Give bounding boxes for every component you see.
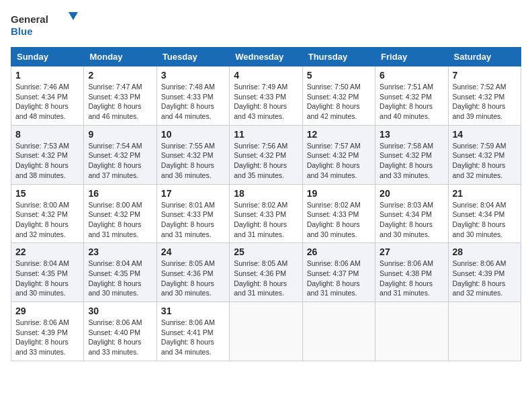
calendar-cell: 2 Sunrise: 7:47 AMSunset: 4:33 PMDayligh… — [84, 66, 157, 126]
day-number: 19 — [307, 188, 371, 199]
day-info: Sunrise: 8:06 AMSunset: 4:39 PMDaylight:… — [453, 259, 517, 298]
day-number: 13 — [380, 129, 443, 140]
day-info: Sunrise: 8:06 AMSunset: 4:40 PMDaylight:… — [88, 318, 152, 357]
calendar-cell — [375, 302, 448, 361]
day-number: 28 — [453, 246, 517, 257]
calendar-cell — [448, 302, 521, 361]
calendar-cell: 14 Sunrise: 7:59 AMSunset: 4:32 PMDaylig… — [448, 125, 521, 184]
day-info: Sunrise: 7:57 AMSunset: 4:32 PMDaylight:… — [307, 141, 371, 181]
day-number: 5 — [307, 70, 371, 81]
weekday-header-saturday: Saturday — [448, 48, 521, 66]
calendar-cell: 15 Sunrise: 8:00 AMSunset: 4:32 PMDaylig… — [11, 184, 84, 243]
calendar-cell: 25 Sunrise: 8:05 AMSunset: 4:36 PMDaylig… — [230, 243, 302, 302]
day-number: 20 — [380, 188, 443, 199]
day-number: 27 — [380, 246, 443, 257]
day-number: 23 — [88, 246, 152, 257]
calendar-cell — [302, 302, 375, 361]
day-number: 29 — [15, 306, 79, 316]
logo: General Blue — [11, 11, 78, 39]
day-info: Sunrise: 7:53 AMSunset: 4:32 PMDaylight:… — [15, 141, 79, 181]
calendar-cell: 7 Sunrise: 7:52 AMSunset: 4:32 PMDayligh… — [448, 66, 521, 126]
day-info: Sunrise: 8:04 AMSunset: 4:35 PMDaylight:… — [15, 259, 79, 298]
calendar-cell: 20 Sunrise: 8:03 AMSunset: 4:34 PMDaylig… — [375, 184, 448, 243]
day-info: Sunrise: 8:00 AMSunset: 4:32 PMDaylight:… — [88, 200, 152, 240]
weekday-header-thursday: Thursday — [302, 48, 375, 66]
day-info: Sunrise: 8:04 AMSunset: 4:35 PMDaylight:… — [88, 259, 152, 298]
day-info: Sunrise: 8:06 AMSunset: 4:39 PMDaylight:… — [15, 318, 79, 357]
day-number: 25 — [234, 246, 298, 257]
day-info: Sunrise: 7:54 AMSunset: 4:32 PMDaylight:… — [88, 141, 152, 181]
weekday-header-row: SundayMondayTuesdayWednesdayThursdayFrid… — [11, 48, 521, 66]
svg-text:Blue: Blue — [11, 26, 33, 37]
day-number: 11 — [234, 129, 298, 140]
day-info: Sunrise: 8:02 AMSunset: 4:33 PMDaylight:… — [234, 200, 298, 240]
day-number: 10 — [161, 129, 225, 140]
calendar-cell: 5 Sunrise: 7:50 AMSunset: 4:32 PMDayligh… — [302, 66, 375, 126]
calendar-cell: 13 Sunrise: 7:58 AMSunset: 4:32 PMDaylig… — [375, 125, 448, 184]
week-row-1: 1 Sunrise: 7:46 AMSunset: 4:34 PMDayligh… — [11, 66, 521, 126]
day-info: Sunrise: 7:58 AMSunset: 4:32 PMDaylight:… — [380, 141, 443, 181]
calendar-cell: 10 Sunrise: 7:55 AMSunset: 4:32 PMDaylig… — [157, 125, 229, 184]
day-number: 8 — [15, 129, 79, 140]
day-info: Sunrise: 7:52 AMSunset: 4:32 PMDaylight:… — [453, 82, 517, 122]
day-info: Sunrise: 7:50 AMSunset: 4:32 PMDaylight:… — [307, 82, 371, 122]
calendar-cell: 18 Sunrise: 8:02 AMSunset: 4:33 PMDaylig… — [230, 184, 302, 243]
day-info: Sunrise: 7:49 AMSunset: 4:33 PMDaylight:… — [234, 82, 298, 122]
day-number: 24 — [161, 246, 225, 257]
day-number: 12 — [307, 129, 371, 140]
day-info: Sunrise: 8:04 AMSunset: 4:34 PMDaylight:… — [453, 200, 517, 240]
calendar-cell: 31 Sunrise: 8:06 AMSunset: 4:41 PMDaylig… — [157, 302, 229, 361]
calendar-cell: 6 Sunrise: 7:51 AMSunset: 4:32 PMDayligh… — [375, 66, 448, 126]
weekday-header-wednesday: Wednesday — [230, 48, 302, 66]
calendar-cell — [230, 302, 302, 361]
day-number: 16 — [88, 188, 152, 199]
calendar-cell: 16 Sunrise: 8:00 AMSunset: 4:32 PMDaylig… — [84, 184, 157, 243]
day-number: 7 — [453, 70, 517, 81]
day-number: 26 — [307, 246, 371, 257]
calendar-cell: 23 Sunrise: 8:04 AMSunset: 4:35 PMDaylig… — [84, 243, 157, 302]
day-number: 22 — [15, 246, 79, 257]
calendar-cell: 27 Sunrise: 8:06 AMSunset: 4:38 PMDaylig… — [375, 243, 448, 302]
calendar-cell: 30 Sunrise: 8:06 AMSunset: 4:40 PMDaylig… — [84, 302, 157, 361]
calendar-cell: 9 Sunrise: 7:54 AMSunset: 4:32 PMDayligh… — [84, 125, 157, 184]
day-info: Sunrise: 7:48 AMSunset: 4:33 PMDaylight:… — [161, 82, 225, 122]
day-number: 31 — [161, 306, 225, 316]
calendar-cell: 3 Sunrise: 7:48 AMSunset: 4:33 PMDayligh… — [157, 66, 229, 126]
calendar-cell: 28 Sunrise: 8:06 AMSunset: 4:39 PMDaylig… — [448, 243, 521, 302]
day-info: Sunrise: 8:05 AMSunset: 4:36 PMDaylight:… — [161, 259, 225, 298]
day-info: Sunrise: 7:56 AMSunset: 4:32 PMDaylight:… — [234, 141, 298, 181]
day-number: 15 — [15, 188, 79, 199]
calendar-cell: 19 Sunrise: 8:02 AMSunset: 4:33 PMDaylig… — [302, 184, 375, 243]
day-number: 9 — [88, 129, 152, 140]
calendar-table: SundayMondayTuesdayWednesdayThursdayFrid… — [11, 47, 521, 361]
svg-marker-1 — [69, 12, 78, 20]
day-info: Sunrise: 8:00 AMSunset: 4:32 PMDaylight:… — [15, 200, 79, 240]
day-info: Sunrise: 7:47 AMSunset: 4:33 PMDaylight:… — [88, 82, 152, 122]
calendar-cell: 8 Sunrise: 7:53 AMSunset: 4:32 PMDayligh… — [11, 125, 84, 184]
calendar-cell: 26 Sunrise: 8:06 AMSunset: 4:37 PMDaylig… — [302, 243, 375, 302]
day-info: Sunrise: 8:03 AMSunset: 4:34 PMDaylight:… — [380, 200, 443, 240]
day-info: Sunrise: 8:06 AMSunset: 4:38 PMDaylight:… — [380, 259, 443, 298]
day-info: Sunrise: 7:51 AMSunset: 4:32 PMDaylight:… — [380, 82, 443, 122]
day-info: Sunrise: 7:46 AMSunset: 4:34 PMDaylight:… — [15, 82, 79, 122]
calendar-cell: 24 Sunrise: 8:05 AMSunset: 4:36 PMDaylig… — [157, 243, 229, 302]
day-number: 21 — [453, 188, 517, 199]
calendar-cell: 12 Sunrise: 7:57 AMSunset: 4:32 PMDaylig… — [302, 125, 375, 184]
svg-text:General: General — [11, 13, 48, 25]
week-row-5: 29 Sunrise: 8:06 AMSunset: 4:39 PMDaylig… — [11, 302, 521, 361]
calendar-cell: 29 Sunrise: 8:06 AMSunset: 4:39 PMDaylig… — [11, 302, 84, 361]
header: General Blue — [11, 11, 521, 39]
calendar-cell: 4 Sunrise: 7:49 AMSunset: 4:33 PMDayligh… — [230, 66, 302, 126]
day-number: 2 — [88, 70, 152, 81]
day-number: 6 — [380, 70, 443, 81]
week-row-2: 8 Sunrise: 7:53 AMSunset: 4:32 PMDayligh… — [11, 125, 521, 184]
week-row-3: 15 Sunrise: 8:00 AMSunset: 4:32 PMDaylig… — [11, 184, 521, 243]
calendar-cell: 22 Sunrise: 8:04 AMSunset: 4:35 PMDaylig… — [11, 243, 84, 302]
day-info: Sunrise: 7:59 AMSunset: 4:32 PMDaylight:… — [453, 141, 517, 181]
day-info: Sunrise: 8:02 AMSunset: 4:33 PMDaylight:… — [307, 200, 371, 240]
calendar-cell: 17 Sunrise: 8:01 AMSunset: 4:33 PMDaylig… — [157, 184, 229, 243]
day-info: Sunrise: 8:01 AMSunset: 4:33 PMDaylight:… — [161, 200, 225, 240]
weekday-header-tuesday: Tuesday — [157, 48, 229, 66]
logo-svg: General Blue — [11, 11, 78, 39]
weekday-header-sunday: Sunday — [11, 48, 84, 66]
